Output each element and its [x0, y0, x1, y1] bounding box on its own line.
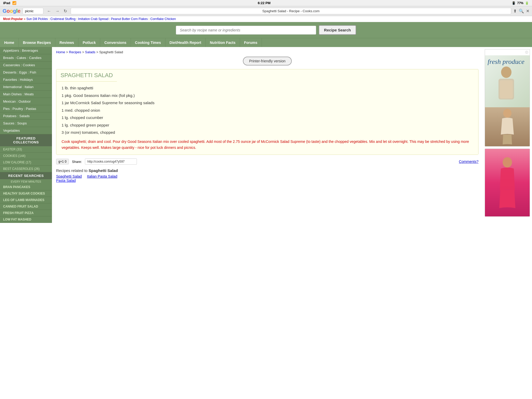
- forward-button[interactable]: →: [54, 8, 61, 14]
- ingredient-5: 1 lg. chopped cucumber: [62, 115, 473, 121]
- sidebar-item-vegetables[interactable]: Vegetables: [0, 127, 52, 134]
- battery-percent: 77%: [517, 1, 523, 5]
- ad-image-bottom[interactable]: [485, 149, 530, 216]
- ad-model-svg-bottom: [493, 157, 522, 209]
- recipe-body: 1 lb. thin spaghetti 1 pkg. Good Seasons…: [56, 82, 478, 155]
- breadcrumb-recipes[interactable]: Recipes: [69, 50, 81, 54]
- sidebar-item-appetizers[interactable]: Appetizers : Beverages: [0, 47, 52, 54]
- related-link-1[interactable]: Spaghetti Salad: [56, 174, 82, 178]
- popular-link-4[interactable]: Peanut Butter Corn Flakes: [111, 17, 148, 21]
- share-button[interactable]: ⬆: [513, 9, 517, 14]
- back-button[interactable]: ←: [45, 8, 53, 14]
- breadcrumb: Home > Recipes > Salads > Spaghetti Sala…: [56, 50, 478, 54]
- sidebar-item-main-dishes[interactable]: Main Dishes : Meats: [0, 91, 52, 98]
- address-bar[interactable]: Spaghetti Salad - Recipe - Cooks.com: [71, 8, 511, 14]
- related-recipe-name: Spaghetti Salad: [89, 168, 118, 173]
- main-nav: Home Browse Recipes Reviews Potluck Conv…: [0, 38, 532, 47]
- ingredient-2: 1 pkg. Good Seasons Italian mix (foil pk…: [62, 93, 473, 99]
- related-link-2[interactable]: Italian Pasta Salad: [87, 174, 117, 178]
- breadcrumb-salads[interactable]: Salads: [85, 50, 95, 54]
- recent-fresh-fruit[interactable]: FRESH FRUIT PIZZA: [0, 210, 52, 216]
- nav-browse[interactable]: Browse Recipes: [19, 38, 55, 47]
- nav-cooking-times[interactable]: Cooking Times: [131, 38, 165, 47]
- collection-low-calorie[interactable]: LOW CALORIE (17): [0, 159, 52, 166]
- svg-rect-2: [500, 80, 513, 98]
- tab-search-button[interactable]: 🔍: [519, 9, 524, 14]
- recipe-card: SPAGHETTI SALAD 1 lb. thin spaghetti 1 p…: [56, 69, 478, 155]
- printer-friendly-button[interactable]: Printer-friendly version: [243, 57, 292, 65]
- collection-cookies[interactable]: COOKIES (144): [0, 153, 52, 159]
- popular-link-1[interactable]: Sun Dill Pickles: [26, 17, 48, 21]
- sidebar-item-sauces[interactable]: Sauces : Soups: [0, 120, 52, 127]
- search-button[interactable]: Recipe Search: [319, 25, 356, 35]
- recent-bran-pancakes[interactable]: BRAN PANCAKES: [0, 184, 52, 190]
- sidebar-item-international[interactable]: International : Italian: [0, 83, 52, 91]
- breadcrumb-current: Spaghetti Salad: [99, 50, 123, 54]
- sidebar-item-desserts[interactable]: Desserts : Eggs : Fish: [0, 69, 52, 76]
- browser-url-input[interactable]: [23, 8, 43, 14]
- recipe-title: SPAGHETTI SALAD: [61, 72, 113, 78]
- comments-link[interactable]: Comments?: [459, 159, 478, 164]
- related-links: Spaghetti Salad Italian Pasta Salad: [56, 174, 478, 178]
- gplus-count: 0: [65, 160, 66, 163]
- popular-link-2[interactable]: Crabmeat Stuffing: [50, 17, 76, 21]
- popular-bar: Most Popular » Sun Dill Pickles : Crabme…: [0, 16, 532, 22]
- ad-text: fresh produce: [488, 58, 524, 65]
- content-layout: Appetizers : Beverages Breads : Cakes : …: [0, 47, 532, 223]
- nav-potluck[interactable]: Potluck: [78, 38, 100, 47]
- sidebar-categories: Appetizers : Beverages Breads : Cakes : …: [0, 47, 52, 134]
- popular-link-3[interactable]: Imitation Crab Spread: [78, 17, 109, 21]
- recipe-instructions: Cook spaghetti; drain and cool. Pour dry…: [62, 139, 473, 151]
- featured-collections-title: FEATURED COLLECTIONS: [0, 134, 52, 146]
- ad-box-bottom: [485, 149, 530, 217]
- main-content: Home > Recipes > Salads > Spaghetti Sala…: [52, 47, 483, 223]
- collection-easter[interactable]: EASTER (33): [0, 146, 52, 153]
- share-url-input[interactable]: [85, 158, 137, 165]
- reload-button[interactable]: ↻: [62, 8, 69, 14]
- nav-forums[interactable]: Forums: [240, 38, 262, 47]
- status-time: 6:22 PM: [258, 1, 270, 5]
- ad-model-bottom: [494, 109, 520, 145]
- sidebar-item-favorites[interactable]: Favorites : Holidays: [0, 76, 52, 83]
- sidebar-collections: EASTER (33) COOKIES (144) LOW CALORIE (1…: [0, 146, 52, 172]
- browser-actions: ⬆ 🔍 ✕: [513, 9, 529, 14]
- svg-point-3: [503, 109, 511, 118]
- close-tab-button[interactable]: ✕: [526, 9, 529, 14]
- nav-conversions[interactable]: Conversions: [100, 38, 131, 47]
- ad-model-svg: [486, 66, 527, 107]
- recent-canned-fruit[interactable]: CANNED FRUIT SALAD: [0, 203, 52, 210]
- sidebar-item-mexican[interactable]: Mexican : Outdoor: [0, 98, 52, 105]
- recent-low-fat[interactable]: LOW FAT MASHED: [0, 216, 52, 223]
- nav-nutrition[interactable]: Nutrition Facts: [206, 38, 240, 47]
- status-bar: iPad 📶 6:22 PM 📳 77% 🔋: [0, 0, 532, 6]
- ingredient-1: 1 lb. thin spaghetti: [62, 85, 473, 91]
- ingredient-3: 1 jar McCormick Salad Supreme for season…: [62, 100, 473, 106]
- sidebar-item-casseroles[interactable]: Casseroles : Cookies: [0, 62, 52, 69]
- nav-diet-health[interactable]: Diet/Health Report: [165, 38, 206, 47]
- ad-info-icon[interactable]: ⓘ: [525, 50, 528, 54]
- recent-leg-lamb[interactable]: LEG OF LAMB MARINADES: [0, 197, 52, 203]
- ingredient-4: 1 med. chopped onion: [62, 108, 473, 114]
- sidebar-item-breads[interactable]: Breads : Cakes : Candies: [0, 54, 52, 62]
- recent-searches-title: RECENT SEARCHES: [0, 172, 52, 179]
- gplus-button[interactable]: g+1 0: [56, 159, 69, 164]
- nav-home[interactable]: Home: [0, 38, 19, 47]
- ad-panel: ⓘ fresh produce: [483, 47, 532, 223]
- svg-point-0: [501, 66, 511, 78]
- popular-link-5[interactable]: Cornflake Chicken: [150, 17, 176, 21]
- recent-healthy-sugar[interactable]: HEALTHY SUGAR COOKIES: [0, 190, 52, 197]
- battery-icon: 🔋: [525, 1, 529, 5]
- ingredient-6: 1 lg. chopped green pepper: [62, 122, 473, 128]
- related-link-3[interactable]: Pasta Salad: [56, 178, 76, 183]
- search-input[interactable]: [176, 26, 316, 35]
- sidebar-item-pies[interactable]: Pies : Poultry : Pastas: [0, 105, 52, 112]
- collection-casseroles[interactable]: BEST CASSEROLES (26): [0, 166, 52, 172]
- breadcrumb-home[interactable]: Home: [56, 50, 65, 54]
- sidebar: Appetizers : Beverages Breads : Cakes : …: [0, 47, 52, 223]
- most-popular-label: Most Popular: [3, 17, 23, 21]
- wifi-icon: 📶: [12, 1, 16, 5]
- nav-reviews[interactable]: Reviews: [55, 38, 78, 47]
- share-row: g+1 0 Share: Comments?: [56, 158, 478, 165]
- ad-image-top[interactable]: fresh produce: [485, 55, 530, 107]
- sidebar-item-potatoes[interactable]: Potatoes : Salads: [0, 112, 52, 120]
